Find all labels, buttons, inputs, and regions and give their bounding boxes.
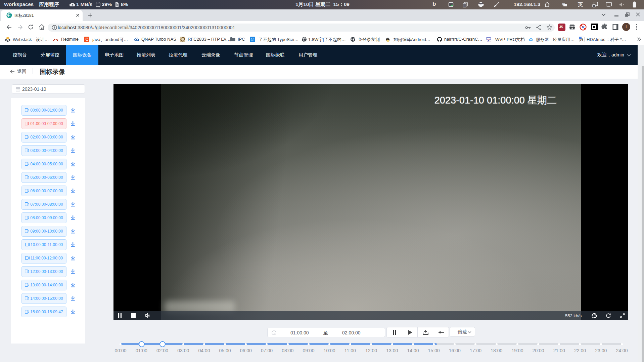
- svg-text:WVP-PRO: WVP-PRO: [487, 41, 491, 42]
